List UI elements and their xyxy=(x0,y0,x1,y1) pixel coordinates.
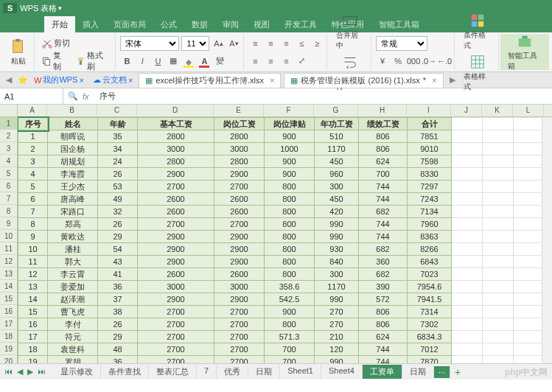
sheet-first-icon[interactable]: ⏮ xyxy=(3,367,14,377)
align-center-button[interactable]: ≡ xyxy=(264,55,277,68)
cell[interactable]: 7960 xyxy=(408,218,452,231)
my-wps-link[interactable]: W我的WPS × xyxy=(31,74,87,85)
cell[interactable]: 7941.5 xyxy=(408,293,452,306)
vertical-scrollbar[interactable] xyxy=(542,117,552,376)
number-format-select[interactable]: 常规 xyxy=(376,36,427,51)
cell[interactable]: 41 xyxy=(98,268,138,281)
cell[interactable] xyxy=(514,193,545,206)
cell[interactable]: 450 xyxy=(315,193,359,206)
cell[interactable]: 黄欧达 xyxy=(48,231,98,243)
row-header[interactable]: 17 xyxy=(0,318,17,330)
cell[interactable]: 48 xyxy=(98,343,138,356)
cell[interactable] xyxy=(452,118,483,130)
cell[interactable]: 2700 xyxy=(138,343,214,356)
cell[interactable]: 7243 xyxy=(408,193,452,206)
row-header[interactable]: 7 xyxy=(0,192,17,205)
cell[interactable] xyxy=(514,293,545,306)
col-header[interactable]: G xyxy=(314,105,358,116)
cell[interactable]: 1170 xyxy=(315,281,359,293)
cell[interactable]: 744 xyxy=(359,343,408,356)
row-header[interactable]: 14 xyxy=(0,280,17,293)
cell[interactable]: 7314 xyxy=(408,306,452,318)
cell[interactable]: 2900 xyxy=(138,168,214,181)
cell[interactable]: 800 xyxy=(265,243,315,256)
cell[interactable] xyxy=(514,206,545,218)
sheet-tab[interactable]: 整表汇总 xyxy=(149,365,197,379)
row-header[interactable]: 3 xyxy=(0,142,17,155)
cell[interactable]: 806 xyxy=(359,143,408,155)
cell[interactable] xyxy=(483,306,514,318)
cell[interactable]: 49 xyxy=(98,193,138,206)
cell[interactable]: 700 xyxy=(359,168,408,181)
cell[interactable]: 2900 xyxy=(138,293,214,306)
cell[interactable]: 744 xyxy=(359,218,408,231)
tab-smart-tools[interactable]: 智能工具箱 xyxy=(371,16,427,32)
cell[interactable]: 朝晖说 xyxy=(48,130,98,143)
cell[interactable] xyxy=(514,331,545,343)
cell[interactable]: 14 xyxy=(18,293,48,306)
cell[interactable] xyxy=(483,193,514,206)
cell[interactable] xyxy=(452,331,483,343)
cell[interactable] xyxy=(483,143,514,155)
cell[interactable]: 2700 xyxy=(214,306,265,318)
row-header[interactable]: 4 xyxy=(0,155,17,167)
cell[interactable]: 26 xyxy=(98,318,138,331)
cell[interactable]: 7134 xyxy=(408,206,452,218)
tab-start[interactable]: 开始 xyxy=(44,16,75,32)
sheet-last-icon[interactable]: ⏭ xyxy=(36,367,47,377)
cell[interactable]: 序号 xyxy=(18,118,48,130)
cell[interactable]: 11 xyxy=(18,256,48,268)
sheet-add-button[interactable]: + xyxy=(450,366,465,378)
cell[interactable] xyxy=(483,155,514,168)
cell[interactable]: 唐高峰 xyxy=(48,193,98,206)
cell[interactable]: 姓名 xyxy=(48,118,98,130)
cell[interactable]: 2900 xyxy=(214,168,265,181)
cell[interactable]: 15 xyxy=(18,306,48,318)
cell[interactable] xyxy=(483,268,514,281)
cell[interactable]: 53 xyxy=(98,181,138,193)
cell[interactable]: 2800 xyxy=(214,130,265,143)
cell[interactable]: 37 xyxy=(98,293,138,306)
cell[interactable]: 17 xyxy=(18,331,48,343)
cell[interactable]: 990 xyxy=(315,293,359,306)
cell[interactable]: 9 xyxy=(18,231,48,243)
sheet-tab[interactable]: 日期 xyxy=(402,365,434,379)
align-bottom-button[interactable]: ≡ xyxy=(279,37,293,50)
row-header[interactable]: 12 xyxy=(0,255,17,267)
row-header[interactable]: 16 xyxy=(0,305,17,318)
cell[interactable]: 2900 xyxy=(214,256,265,268)
cell[interactable]: 2900 xyxy=(138,256,214,268)
phonetic-button[interactable]: 變 xyxy=(213,55,226,68)
cell[interactable]: 国企杨 xyxy=(48,143,98,155)
align-left-button[interactable]: ≡ xyxy=(248,55,262,68)
cell[interactable] xyxy=(452,193,483,206)
decimal-dec-button[interactable]: ←.0 xyxy=(438,55,451,68)
star-icon[interactable]: ⭐ xyxy=(18,75,28,85)
cell[interactable] xyxy=(452,206,483,218)
sheet-tab[interactable]: 显示修改 xyxy=(53,365,101,379)
cell[interactable]: 510 xyxy=(315,130,359,143)
cell[interactable]: 13 xyxy=(18,281,48,293)
fill-color-button[interactable] xyxy=(182,55,195,68)
cell[interactable]: 曹飞虎 xyxy=(48,306,98,318)
row-header[interactable]: 10 xyxy=(0,230,17,242)
font-size-select[interactable]: 11 xyxy=(181,36,209,51)
col-header[interactable]: J xyxy=(451,105,482,116)
row-header[interactable]: 19 xyxy=(0,343,17,355)
cell[interactable]: 800 xyxy=(265,268,315,281)
sheet-tab[interactable]: 7 xyxy=(197,365,217,379)
cell[interactable]: 2600 xyxy=(214,193,265,206)
row-header[interactable]: 2 xyxy=(0,130,17,142)
sheet-tab[interactable]: 优秀 xyxy=(217,365,248,379)
cell[interactable]: 682 xyxy=(359,268,408,281)
cond-format-button[interactable]: 条件格式 xyxy=(459,11,495,52)
cell[interactable]: 潘桂 xyxy=(48,243,98,256)
cell[interactable]: 8 xyxy=(18,218,48,231)
col-header[interactable]: E xyxy=(214,105,264,116)
cell[interactable]: 岗位工资 xyxy=(214,118,265,130)
cell[interactable] xyxy=(483,206,514,218)
cell[interactable]: 1 xyxy=(18,130,48,143)
cell[interactable] xyxy=(483,318,514,331)
fx-icon[interactable]: fx xyxy=(83,92,89,101)
cell[interactable]: 38 xyxy=(98,306,138,318)
